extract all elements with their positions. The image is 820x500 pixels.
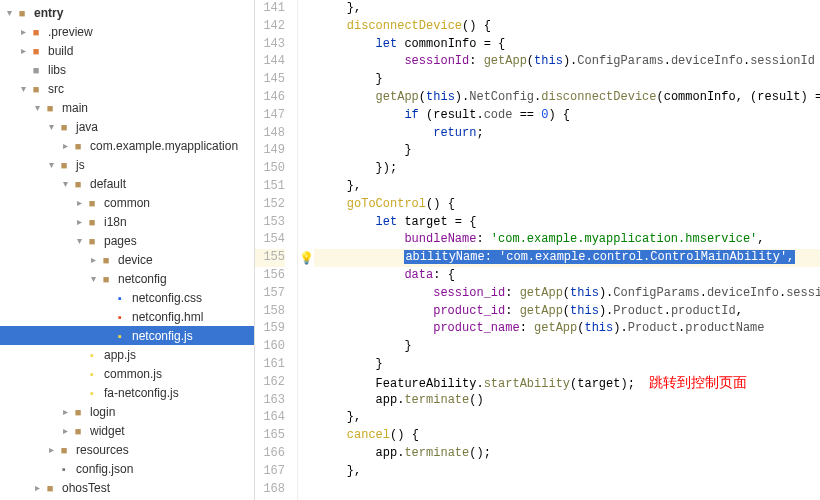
code-line-165[interactable]: cancel() { (314, 427, 820, 445)
tree-label: common.js (104, 367, 162, 381)
code-line-158[interactable]: product_id: getApp(this).Product.product… (314, 303, 820, 321)
code-line-167[interactable]: }, (314, 463, 820, 481)
tree-item-common-js[interactable]: ▪common.js (0, 364, 254, 383)
code-line-147[interactable]: if (result.code == 0) { (314, 107, 820, 125)
tree-item-login[interactable]: ■login (0, 402, 254, 421)
code-line-166[interactable]: app.terminate(); (314, 445, 820, 463)
file-hml-icon: ▪ (112, 309, 128, 325)
file-js-icon: ▪ (112, 328, 128, 344)
folder-grey-icon: ■ (28, 62, 44, 78)
tree-caret-icon[interactable] (88, 273, 98, 284)
folder-icon-icon: ■ (84, 233, 100, 249)
code-editor[interactable]: 1411421431441451461471481491501511521531… (255, 0, 820, 500)
code-line-148[interactable]: return; (314, 125, 820, 143)
tree-caret-icon[interactable] (32, 102, 42, 113)
tree-item--preview[interactable]: ■.preview (0, 22, 254, 41)
code-line-162[interactable]: FeatureAbility.startAbility(target);跳转到控… (314, 374, 820, 392)
tree-item-js[interactable]: ■js (0, 155, 254, 174)
tree-item-main[interactable]: ■main (0, 98, 254, 117)
tree-caret-icon[interactable] (74, 197, 84, 208)
tree-caret-icon[interactable] (18, 26, 28, 37)
code-line-159[interactable]: product_name: getApp(this).Product.produ… (314, 320, 820, 338)
code-line-145[interactable]: } (314, 71, 820, 89)
ide-window: ■entry■.preview■build■libs■src■main■java… (0, 0, 820, 500)
code-line-160[interactable]: } (314, 338, 820, 356)
tree-item-ohosTest[interactable]: ■ohosTest (0, 478, 254, 497)
lightbulb-icon[interactable]: 💡 (299, 251, 314, 265)
tree-caret-icon[interactable] (60, 406, 70, 417)
tree-label: build (48, 44, 73, 58)
code-line-151[interactable]: }, (314, 178, 820, 196)
code-line-168[interactable] (314, 481, 820, 499)
tree-caret-icon[interactable] (60, 140, 70, 151)
folder-icon-icon: ■ (70, 404, 86, 420)
code-line-152[interactable]: goToControl() { (314, 196, 820, 214)
code-line-143[interactable]: let commonInfo = { (314, 36, 820, 54)
tree-item-app-js[interactable]: ▪app.js (0, 345, 254, 364)
folder-icon-icon: ■ (28, 81, 44, 97)
folder-icon-icon: ■ (98, 271, 114, 287)
code-line-155[interactable]: abilityName: 'com.example.control.Contro… (314, 249, 820, 267)
tree-label: netconfig (118, 272, 167, 286)
tree-label: entry (34, 6, 63, 20)
tree-item-default[interactable]: ■default (0, 174, 254, 193)
tree-label: netconfig.css (132, 291, 202, 305)
tree-item-java[interactable]: ■java (0, 117, 254, 136)
code-line-149[interactable]: } (314, 142, 820, 160)
tree-label: config.json (76, 462, 133, 476)
code-line-154[interactable]: bundleName: 'com.example.myapplication.h… (314, 231, 820, 249)
tree-caret-icon[interactable] (88, 254, 98, 265)
tree-item-i18n[interactable]: ■i18n (0, 212, 254, 231)
tree-caret-icon[interactable] (18, 83, 28, 94)
file-js-icon: ▪ (84, 347, 100, 363)
tree-caret-icon[interactable] (46, 159, 56, 170)
tree-caret-icon[interactable] (74, 235, 84, 246)
tree-item-netconfig-css[interactable]: ▪netconfig.css (0, 288, 254, 307)
tree-caret-icon[interactable] (74, 216, 84, 227)
tree-label: netconfig.js (132, 329, 193, 343)
code-line-142[interactable]: disconnectDevice() { (314, 18, 820, 36)
tree-caret-icon[interactable] (4, 7, 14, 18)
tree-item-netconfig-hml[interactable]: ▪netconfig.hml (0, 307, 254, 326)
tree-item-libs[interactable]: ■libs (0, 60, 254, 79)
tree-item-pages[interactable]: ■pages (0, 231, 254, 250)
tree-item-src[interactable]: ■src (0, 79, 254, 98)
code-line-146[interactable]: getApp(this).NetConfig.disconnectDevice(… (314, 89, 820, 107)
tree-item-fa-netconfig-js[interactable]: ▪fa-netconfig.js (0, 383, 254, 402)
tree-caret-icon[interactable] (60, 425, 70, 436)
tree-item-widget[interactable]: ■widget (0, 421, 254, 440)
code-line-153[interactable]: let target = { (314, 214, 820, 232)
code-line-141[interactable]: }, (314, 0, 820, 18)
code-line-163[interactable]: app.terminate() (314, 392, 820, 410)
code-line-144[interactable]: sessionId: getApp(this).ConfigParams.dev… (314, 53, 820, 71)
tree-item-entry[interactable]: ■entry (0, 3, 254, 22)
tree-item-build[interactable]: ■build (0, 41, 254, 60)
tree-label: login (90, 405, 115, 419)
tree-item-common[interactable]: ■common (0, 193, 254, 212)
tree-item-com-example-myapplication[interactable]: ■com.example.myapplication (0, 136, 254, 155)
code-line-161[interactable]: } (314, 356, 820, 374)
tree-label: java (76, 120, 98, 134)
tree-item-config-json[interactable]: ▪config.json (0, 459, 254, 478)
tree-item-netconfig-js[interactable]: ▪netconfig.js (0, 326, 254, 345)
file-js-icon: ▪ (84, 385, 100, 401)
tree-caret-icon[interactable] (46, 444, 56, 455)
code-line-157[interactable]: session_id: getApp(this).ConfigParams.de… (314, 285, 820, 303)
project-tree[interactable]: ■entry■.preview■build■libs■src■main■java… (0, 0, 255, 500)
folder-icon-icon: ■ (70, 138, 86, 154)
tree-caret-icon[interactable] (60, 178, 70, 189)
code-area[interactable]: }, disconnectDevice() { let commonInfo =… (314, 0, 820, 500)
code-line-150[interactable]: }); (314, 160, 820, 178)
code-line-164[interactable]: }, (314, 409, 820, 427)
tree-label: main (62, 101, 88, 115)
tree-item-resources[interactable]: ■resources (0, 440, 254, 459)
tree-caret-icon[interactable] (32, 482, 42, 493)
tree-item-netconfig[interactable]: ■netconfig (0, 269, 254, 288)
tree-label: widget (90, 424, 125, 438)
tree-caret-icon[interactable] (46, 121, 56, 132)
folder-icon-icon: ■ (70, 423, 86, 439)
tree-item-device[interactable]: ■device (0, 250, 254, 269)
code-line-156[interactable]: data: { (314, 267, 820, 285)
tree-caret-icon[interactable] (18, 45, 28, 56)
tree-label: src (48, 82, 64, 96)
